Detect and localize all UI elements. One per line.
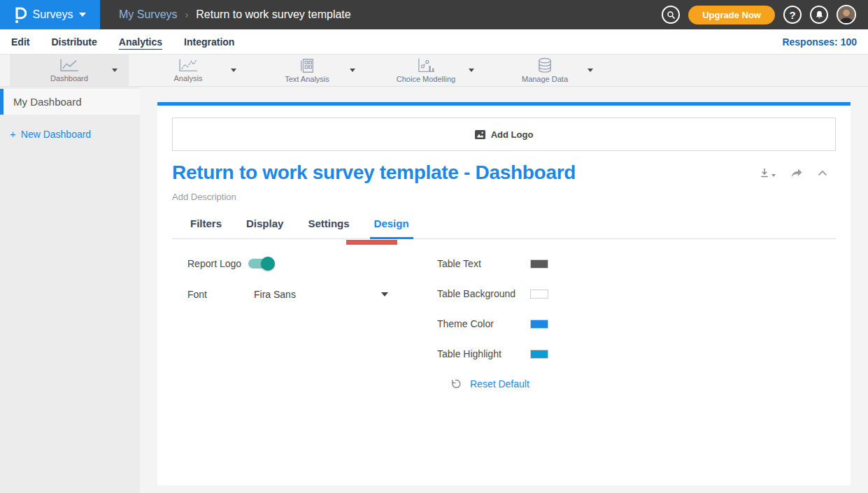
share-arrow-icon <box>790 168 803 178</box>
toolbar-manage-data-label: Manage Data <box>522 75 568 83</box>
document-grid-icon <box>299 57 315 74</box>
table-text-swatch[interactable] <box>530 259 548 269</box>
top-bar: Surveys My Surveys › Return to work surv… <box>0 0 868 29</box>
nav-distribute[interactable]: Distribute <box>51 35 97 49</box>
collapse-button[interactable] <box>818 170 827 176</box>
toggle-knob <box>261 257 275 271</box>
nav-analytics[interactable]: Analytics <box>119 35 162 49</box>
tab-design[interactable]: Design <box>370 217 413 239</box>
font-label: Font <box>187 289 248 300</box>
table-highlight-swatch[interactable] <box>530 350 548 359</box>
reset-default-button[interactable]: Reset Default <box>450 378 703 390</box>
image-icon <box>475 130 485 139</box>
upgrade-now-button[interactable]: Upgrade Now <box>688 6 775 24</box>
help-button[interactable]: ? <box>783 6 802 24</box>
line-chart-icon <box>58 58 80 73</box>
breadcrumb-my-surveys[interactable]: My Surveys <box>119 8 178 21</box>
table-background-label: Table Background <box>437 288 530 299</box>
chevron-down-icon[interactable] <box>231 69 236 72</box>
chevron-down-icon[interactable] <box>112 69 118 72</box>
survey-nav-bar: Edit Distribute Analytics Integration Re… <box>0 29 868 55</box>
report-logo-toggle[interactable] <box>248 259 272 269</box>
content-area: My Dashboard + New Dashboard Add Logo Re… <box>0 87 868 493</box>
dashboard-sidebar: My Dashboard + New Dashboard <box>0 87 140 493</box>
chevron-down-icon[interactable] <box>350 69 355 72</box>
breadcrumb-separator-icon: › <box>185 9 189 20</box>
add-logo-box[interactable]: Add Logo <box>172 117 836 151</box>
design-form-left-column: Report Logo Font Fira Sans <box>187 258 437 390</box>
table-highlight-row: Table Highlight <box>437 348 703 359</box>
design-form-right-column: Table Text Table Background Theme Color … <box>437 258 703 390</box>
notifications-button[interactable] <box>810 6 828 24</box>
my-dashboard-label: My Dashboard <box>13 96 82 108</box>
chevron-down-icon <box>79 13 86 17</box>
brand-surveys-menu[interactable]: Surveys <box>0 0 100 29</box>
table-background-row: Table Background <box>437 288 703 299</box>
design-settings-form: Report Logo Font Fira Sans <box>172 239 836 390</box>
add-description-field[interactable]: Add Description <box>172 192 836 202</box>
tab-settings[interactable]: Settings <box>304 217 353 238</box>
database-icon <box>537 57 553 74</box>
nav-integration[interactable]: Integration <box>184 35 234 49</box>
report-logo-row: Report Logo <box>187 258 437 269</box>
title-actions <box>759 167 827 178</box>
question-mark-icon: ? <box>789 9 795 21</box>
table-highlight-label: Table Highlight <box>437 348 530 359</box>
bell-icon <box>815 10 824 20</box>
report-logo-label: Report Logo <box>187 258 248 269</box>
avatar-photo <box>838 6 855 23</box>
toolbar-dashboard[interactable]: Dashboard <box>10 55 129 86</box>
font-row: Font Fira Sans <box>187 289 437 300</box>
table-background-swatch[interactable] <box>530 290 548 299</box>
toolbar-text-analysis[interactable]: Text Analysis <box>248 55 367 86</box>
toolbar-analysis-label: Analysis <box>174 74 203 83</box>
questionpro-logo-icon <box>14 6 27 24</box>
page-title: Return to work survey template - Dashboa… <box>172 162 576 184</box>
reset-default-label: Reset Default <box>470 378 529 390</box>
plus-icon: + <box>10 128 16 140</box>
breadcrumb: My Surveys › Return to work survey templ… <box>119 8 351 21</box>
font-value: Fira Sans <box>254 289 296 300</box>
add-logo-label: Add Logo <box>491 129 534 140</box>
table-text-row: Table Text <box>437 258 703 269</box>
sidebar-item-my-dashboard[interactable]: My Dashboard <box>0 89 140 115</box>
nav-edit[interactable]: Edit <box>11 35 29 49</box>
tab-filters[interactable]: Filters <box>186 217 226 238</box>
brand-label: Surveys <box>33 8 73 21</box>
dashboard-panel: Add Logo Return to work survey template … <box>157 102 851 485</box>
toolbar-choice-modelling-label: Choice Modelling <box>397 75 455 83</box>
toolbar-text-analysis-label: Text Analysis <box>285 75 329 83</box>
title-row: Return to work survey template - Dashboa… <box>172 162 836 184</box>
panel-tabs: Filters Display Settings Design <box>172 217 836 239</box>
new-dashboard-label: New Dashboard <box>21 129 91 140</box>
theme-color-label: Theme Color <box>437 318 530 329</box>
chevron-down-icon[interactable] <box>588 69 593 72</box>
toolbar-choice-modelling[interactable]: Choice Modelling <box>367 55 485 86</box>
chevron-up-icon <box>818 170 827 176</box>
line-chart-icon <box>177 58 199 73</box>
topbar-actions: Upgrade Now ? <box>662 5 868 24</box>
avatar[interactable] <box>837 5 856 24</box>
share-button[interactable] <box>790 168 803 178</box>
design-tab-annotation-marker <box>346 240 397 245</box>
breadcrumb-current-title: Return to work survey template <box>196 8 350 21</box>
download-button[interactable] <box>759 167 776 178</box>
theme-color-row: Theme Color <box>437 318 703 329</box>
table-text-label: Table Text <box>437 258 530 269</box>
chevron-down-icon <box>771 174 776 177</box>
scatter-chart-icon <box>416 57 436 74</box>
reset-icon <box>450 378 461 390</box>
chevron-down-icon[interactable] <box>469 69 474 72</box>
analytics-toolbar: Dashboard Analysis Text Analysis Choice … <box>0 55 868 87</box>
chevron-down-icon <box>381 292 388 296</box>
main-area: Add Logo Return to work survey template … <box>140 87 868 493</box>
new-dashboard-button[interactable]: + New Dashboard <box>10 128 140 140</box>
responses-count[interactable]: Responses: 100 <box>782 36 857 48</box>
search-button[interactable] <box>662 6 680 24</box>
toolbar-analysis[interactable]: Analysis <box>129 55 248 86</box>
theme-color-swatch[interactable] <box>530 320 548 329</box>
search-icon <box>667 10 676 20</box>
font-select[interactable]: Fira Sans <box>254 289 388 300</box>
tab-display[interactable]: Display <box>242 217 287 238</box>
toolbar-manage-data[interactable]: Manage Data <box>485 55 604 86</box>
